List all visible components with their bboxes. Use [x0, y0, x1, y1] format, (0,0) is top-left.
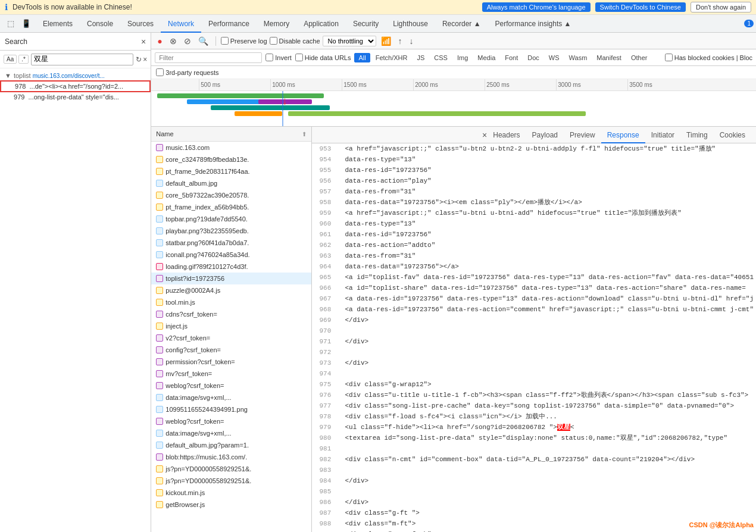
file-item-27[interactable]: js?pn=YD00000558929251&.	[151, 463, 311, 475]
file-item-25[interactable]: default_album.jpg?param=1.	[151, 439, 311, 451]
filter-fetch[interactable]: Fetch/XHR	[371, 53, 412, 62]
tab-application[interactable]: Application	[296, 15, 346, 33]
file-item-21[interactable]: data:image/svg+xml,...	[151, 392, 311, 403]
disable-cache-checkbox[interactable]	[270, 37, 277, 45]
tab-response[interactable]: Response	[601, 127, 645, 143]
file-item-16[interactable]: v2?csrf_token=	[151, 332, 311, 344]
tab-preview[interactable]: Preview	[564, 127, 601, 143]
file-item-2[interactable]: pt_frame_9de2083117f64aa.	[151, 165, 311, 177]
clear-button[interactable]: ⊘	[182, 35, 193, 47]
third-party-label[interactable]: 3rd-party requests	[156, 68, 218, 76]
filter-img[interactable]: Img	[453, 53, 472, 62]
record-button[interactable]: ●	[155, 35, 164, 47]
file-item-30[interactable]: getBrowser.js	[151, 499, 311, 511]
tab-lighthouse[interactable]: Lighthouse	[386, 15, 435, 33]
file-item-6[interactable]: topbar.png?19dafe7dd5540.	[151, 213, 311, 225]
search-button[interactable]: 🔍	[196, 35, 211, 47]
search-refresh-btn[interactable]: ↻	[136, 55, 142, 64]
file-item-11[interactable]: toplist?id=19723756	[151, 273, 311, 284]
filter-all[interactable]: All	[354, 53, 370, 62]
tab-performance[interactable]: Performance	[201, 15, 257, 33]
element-picker-icon[interactable]: ⬚	[5, 18, 17, 29]
tab-perf-insights[interactable]: Performance insights ▲	[488, 15, 579, 33]
file-item-26[interactable]: blob:https://music.163.com/.	[151, 451, 311, 463]
file-item-5[interactable]: pt_frame_index_a56b94bb5.	[151, 201, 311, 213]
tab-elements[interactable]: Elements	[36, 15, 80, 33]
file-item-29[interactable]: kickout.min.js	[151, 487, 311, 499]
search-case-btn[interactable]: Aa	[4, 55, 17, 64]
filter-other[interactable]: Other	[627, 53, 652, 62]
tab-sources[interactable]: Sources	[120, 15, 161, 33]
filter-doc[interactable]: Doc	[523, 53, 543, 62]
filter-manifest[interactable]: Manifest	[592, 53, 626, 62]
file-item-18[interactable]: permission?csrf_token=	[151, 356, 311, 368]
file-item-9[interactable]: iconall.png?476024a85a34d.	[151, 249, 311, 261]
tab-memory[interactable]: Memory	[257, 15, 296, 33]
invert-checkbox[interactable]	[265, 54, 273, 61]
tab-payload[interactable]: Payload	[526, 127, 564, 143]
switch-chinese-button[interactable]: Switch DevTools to Chinese	[595, 2, 686, 12]
file-item-24[interactable]: data:image/svg+xml,...	[151, 427, 311, 439]
filter-font[interactable]: Font	[501, 53, 522, 62]
tab-headers[interactable]: Headers	[487, 127, 526, 143]
filter-input[interactable]	[155, 52, 262, 63]
invert-label[interactable]: Invert	[265, 54, 292, 61]
filter-ws[interactable]: WS	[545, 53, 564, 62]
file-item-22[interactable]: 1099511655244394991.png	[151, 403, 311, 415]
file-item-14[interactable]: cdns?csrf_token=	[151, 308, 311, 320]
download-icon[interactable]: ↓	[407, 35, 416, 47]
disable-cache-label[interactable]: Disable cache	[270, 37, 320, 45]
filter-js[interactable]: JS	[413, 53, 429, 62]
file-item-15[interactable]: inject.js	[151, 320, 311, 332]
file-item-19[interactable]: mv?csrf_token=	[151, 368, 311, 380]
file-item-8[interactable]: statbar.png?60f41da7b0da7.	[151, 237, 311, 249]
file-item-10[interactable]: loading.gif?89f210127c4d3f.	[151, 261, 311, 273]
file-item-23[interactable]: weblog?csrf_token=	[151, 415, 311, 427]
match-language-button[interactable]: Always match Chrome's language	[482, 2, 591, 12]
preserve-log-checkbox[interactable]	[221, 37, 229, 45]
file-item-20[interactable]: weblog?csrf_token=	[151, 380, 311, 392]
line-content-980: <textarea id="song-list-pre-data" style=…	[337, 433, 754, 443]
file-item-3[interactable]: default_album.jpg	[151, 177, 311, 189]
online-icon[interactable]: 📶	[379, 35, 393, 47]
search-input[interactable]	[31, 54, 133, 65]
dont-show-button[interactable]: Don't show again	[691, 2, 751, 12]
file-item-0[interactable]: music.163.com	[151, 142, 311, 154]
tab-security[interactable]: Security	[346, 15, 386, 33]
file-item-12[interactable]: puzzle@0002A4.js	[151, 284, 311, 296]
hide-urls-label[interactable]: Hide data URLs	[295, 54, 351, 61]
filter-media[interactable]: Media	[473, 53, 499, 62]
filter-wasm[interactable]: Wasm	[565, 53, 592, 62]
search-group-header[interactable]: ▼ toplist music.163.com/discover/t...	[0, 71, 151, 80]
search-clear-btn[interactable]: ×	[143, 55, 147, 64]
tab-network[interactable]: Network	[161, 15, 201, 33]
hide-urls-checkbox[interactable]	[295, 54, 303, 61]
tab-console[interactable]: Console	[80, 15, 120, 33]
line-content-965: <a id="toplist-fav" data-res-id="1972375…	[337, 272, 754, 283]
notification-bar: ℹ DevTools is now available in Chinese! …	[0, 0, 756, 15]
file-item-4[interactable]: core_5b97322ac390e20578.	[151, 189, 311, 201]
preserve-log-label[interactable]: Preserve log	[221, 37, 267, 45]
tab-initiator[interactable]: Initiator	[645, 127, 680, 143]
file-item-7[interactable]: playbar.png?3b2235595edb.	[151, 225, 311, 237]
has-blocked-checkbox[interactable]	[665, 54, 673, 61]
search-result-item-978[interactable]: 978 ...de"><li><a href="/song?id=2...	[0, 80, 151, 92]
third-party-checkbox[interactable]	[156, 68, 164, 76]
search-regex-btn[interactable]: .*	[18, 55, 29, 64]
resp-close-btn[interactable]: ×	[482, 130, 487, 140]
throttle-select[interactable]: No throttling	[323, 36, 376, 46]
tab-recorder[interactable]: Recorder ▲	[435, 15, 488, 33]
device-toolbar-icon[interactable]: 📱	[19, 18, 33, 29]
file-item-17[interactable]: config?csrf_token=	[151, 344, 311, 356]
filter-css[interactable]: CSS	[430, 53, 452, 62]
file-item-13[interactable]: tool.min.js	[151, 296, 311, 308]
stop-recording-button[interactable]: ⊗	[167, 35, 179, 47]
search-result-item-979[interactable]: 979 ...ong-list-pre-data" style="dis...	[0, 92, 151, 102]
file-item-1[interactable]: core_c324789fb9fbedab13e.	[151, 154, 311, 165]
search-close-button[interactable]: ×	[141, 37, 146, 46]
upload-icon[interactable]: ↑	[396, 35, 405, 47]
tab-timing[interactable]: Timing	[680, 127, 714, 143]
line-num-980: 980	[314, 433, 337, 443]
tab-cookies[interactable]: Cookies	[714, 127, 751, 143]
file-item-28[interactable]: js?pn=YD00000558929251&.	[151, 475, 311, 487]
